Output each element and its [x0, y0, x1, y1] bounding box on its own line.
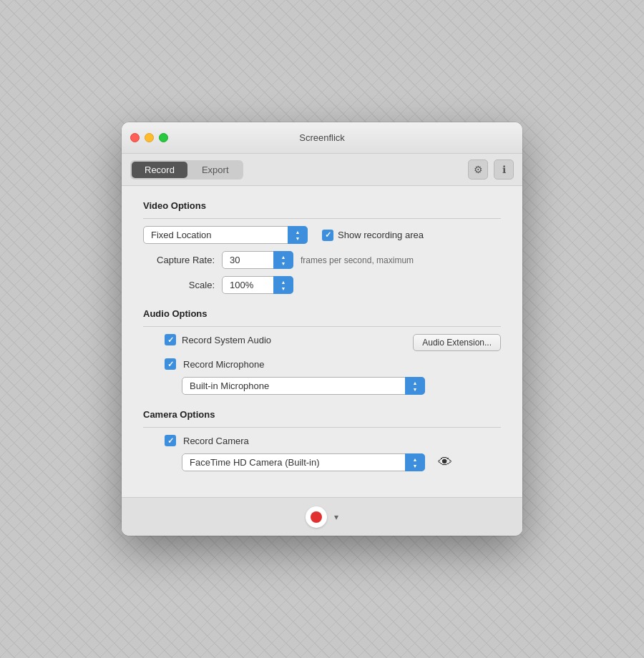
- audio-options-header: Audio Options: [143, 308, 501, 319]
- record-system-audio-label: Record System Audio: [182, 335, 271, 345]
- camera-select-wrapper: FaceTime HD Camera (Built-in) USB Camera: [182, 453, 425, 471]
- info-button[interactable]: ℹ: [494, 159, 514, 180]
- record-camera-checkbox[interactable]: ✓: [165, 435, 176, 446]
- show-recording-area-label: Show recording area: [338, 230, 424, 240]
- audio-options-section: Audio Options ✓ Record System Audio Audi…: [143, 308, 501, 395]
- bottom-bar: ▾: [122, 497, 522, 536]
- show-recording-area-checkbox[interactable]: ✓: [322, 230, 333, 241]
- toolbar: Record Export ⚙ ℹ: [122, 154, 522, 186]
- audio-extension-button[interactable]: Audio Extension...: [413, 334, 501, 351]
- titlebar: Screenflick: [122, 122, 522, 154]
- record-button[interactable]: [306, 506, 327, 528]
- microphone-check: ✓: [167, 360, 174, 368]
- capture-rate-row: Capture Rate: 24 30 60 frames per second…: [143, 251, 501, 269]
- camera-select[interactable]: FaceTime HD Camera (Built-in) USB Camera: [182, 453, 425, 471]
- checkbox-check: ✓: [325, 231, 331, 239]
- record-camera-row: ✓ Record Camera: [143, 435, 501, 446]
- video-options-section: Video Options Fixed Location Follow Mous…: [143, 200, 501, 294]
- audio-divider: [143, 326, 501, 327]
- camera-check: ✓: [167, 437, 174, 445]
- toolbar-right: ⚙ ℹ: [468, 159, 514, 180]
- scale-select[interactable]: 50% 75% 100% 200%: [222, 276, 293, 294]
- microphone-select-wrapper: Built-in Microphone External Microphone: [182, 377, 425, 395]
- camera-divider: [143, 427, 501, 428]
- app-window: Screenflick Record Export ⚙ ℹ Video Opti…: [122, 122, 522, 536]
- camera-preview-icon[interactable]: 👁: [438, 454, 452, 471]
- gear-button[interactable]: ⚙: [468, 159, 488, 180]
- camera-select-row: FaceTime HD Camera (Built-in) USB Camera…: [143, 453, 501, 471]
- record-system-audio-row: ✓ Record System Audio Audio Extension...: [143, 334, 501, 351]
- camera-options-section: Camera Options ✓ Record Camera FaceTime …: [143, 409, 501, 471]
- capture-rate-select-wrapper: 24 30 60: [222, 251, 293, 269]
- tab-group: Record Export: [130, 160, 243, 180]
- record-microphone-row: ✓ Record Microphone: [143, 358, 501, 370]
- record-camera-label: Record Camera: [183, 436, 249, 446]
- location-select-wrapper: Fixed Location Follow Mouse Manual: [143, 226, 308, 244]
- system-audio-check: ✓: [167, 336, 174, 344]
- close-button[interactable]: [130, 133, 140, 142]
- maximize-button[interactable]: [159, 133, 168, 142]
- record-microphone-checkbox[interactable]: ✓: [165, 358, 176, 370]
- camera-options-header: Camera Options: [143, 409, 501, 420]
- microphone-select[interactable]: Built-in Microphone External Microphone: [182, 377, 425, 395]
- location-select[interactable]: Fixed Location Follow Mouse Manual: [143, 226, 308, 244]
- minimize-button[interactable]: [145, 133, 154, 142]
- location-row: Fixed Location Follow Mouse Manual ✓ Sho…: [143, 226, 501, 244]
- record-system-audio-group: ✓ Record System Audio: [165, 334, 271, 345]
- show-recording-area-group: ✓ Show recording area: [322, 230, 424, 241]
- capture-rate-select[interactable]: 24 30 60: [222, 251, 293, 269]
- record-system-audio-checkbox[interactable]: ✓: [165, 334, 176, 345]
- scale-row: Scale: 50% 75% 100% 200%: [143, 276, 501, 294]
- scale-label: Scale:: [143, 280, 215, 290]
- video-options-header: Video Options: [143, 200, 501, 211]
- microphone-select-row: Built-in Microphone External Microphone: [143, 377, 501, 395]
- tab-record[interactable]: Record: [132, 162, 187, 178]
- record-dot: [311, 511, 322, 523]
- content-area: Video Options Fixed Location Follow Mous…: [122, 186, 522, 497]
- capture-rate-label: Capture Rate:: [143, 255, 215, 265]
- window-title: Screenflick: [299, 132, 345, 143]
- scale-select-wrapper: 50% 75% 100% 200%: [222, 276, 293, 294]
- fps-label: frames per second, maximum: [301, 255, 414, 265]
- video-divider: [143, 218, 501, 219]
- tab-export[interactable]: Export: [189, 162, 242, 178]
- record-microphone-label: Record Microphone: [183, 359, 264, 370]
- record-chevron[interactable]: ▾: [334, 512, 338, 522]
- traffic-lights: [130, 133, 168, 142]
